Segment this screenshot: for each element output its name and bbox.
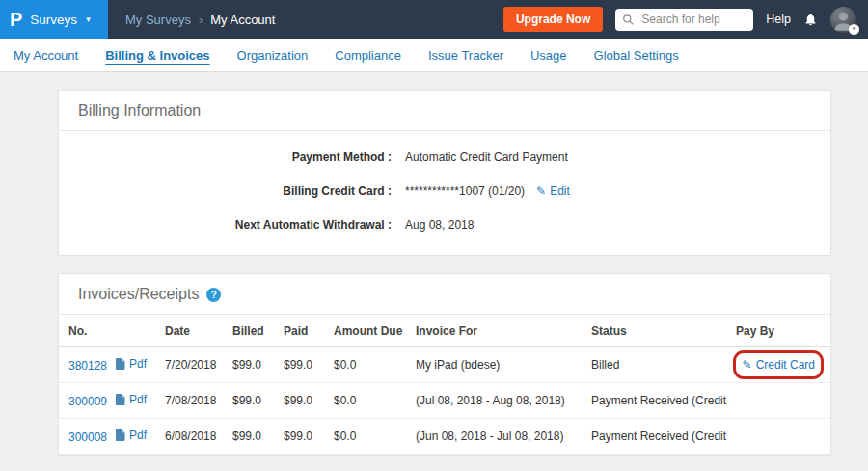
column-header: Pay By — [730, 315, 830, 347]
invoice-payby-cell — [730, 419, 830, 455]
nav-tab[interactable]: My Account — [0, 48, 92, 63]
pencil-icon: ✎ — [536, 184, 546, 198]
edit-credit-card-link[interactable]: ✎ Edit — [536, 184, 570, 198]
invoice-paid-cell: $99.0 — [278, 419, 328, 455]
breadcrumb: My Surveys › My Account — [125, 13, 275, 27]
pdf-link[interactable]: Pdf — [129, 393, 147, 406]
help-link[interactable]: Help — [766, 13, 791, 26]
column-header: No. — [59, 315, 159, 347]
invoice-paid-cell: $99.0 — [278, 347, 328, 383]
column-header: Date — [159, 315, 227, 347]
invoices-receipts-title: Invoices/Receipts — [78, 286, 199, 303]
column-header: Paid — [278, 315, 328, 347]
billing-info-label: Payment Method : — [78, 151, 392, 164]
invoice-for-cell: (Jul 08, 2018 - Aug 08, 2018) — [410, 383, 585, 419]
help-search-box — [615, 9, 753, 31]
invoices-receipts-header: Invoices/Receipts ? — [59, 274, 830, 315]
chevron-down-icon: ▾ — [86, 14, 91, 24]
billing-info-label: Next Automatic Withdrawal : — [78, 218, 392, 232]
avatar-dropdown-icon: ▾ — [849, 24, 859, 35]
billing-info-row: Next Automatic Withdrawal : Aug 08, 2018 — [78, 218, 811, 232]
invoice-billed-cell: $99.0 — [227, 383, 278, 419]
breadcrumb-my-surveys[interactable]: My Surveys — [125, 13, 191, 27]
billing-info-row: Payment Method : Automatic Credit Card P… — [78, 151, 811, 164]
billing-information-card: Billing Information Payment Method : Aut… — [58, 90, 831, 256]
surveys-menu[interactable]: P Surveys ▾ — [0, 0, 108, 39]
billing-info-value: Automatic Credit Card Payment — [405, 151, 568, 164]
questionpro-logo: P — [10, 10, 22, 29]
pdf-file-icon — [116, 429, 125, 441]
invoice-payby-cell: ✎ Credit Card — [730, 347, 830, 383]
breadcrumb-current: My Account — [210, 13, 275, 27]
breadcrumb-separator-icon: › — [199, 13, 203, 27]
invoice-date-cell: 6/08/2018 — [159, 419, 227, 455]
invoice-paid-cell: $99.0 — [278, 383, 328, 419]
invoice-for-cell: My iPad (bdese) — [410, 347, 585, 383]
invoice-no-cell: 300009Pdf — [59, 383, 159, 419]
help-question-icon[interactable]: ? — [206, 288, 221, 302]
invoice-row: 380128Pdf 7/20/2018 $99.0 $99.0 $0.0 My … — [59, 347, 830, 383]
column-header: Amount Due — [328, 315, 410, 347]
invoice-amount-due-cell: $0.0 — [328, 383, 410, 419]
billing-information-header: Billing Information — [59, 91, 830, 131]
nav-tab[interactable]: Usage — [517, 48, 581, 63]
invoices-receipts-card: Invoices/Receipts ? No. Date Billed Paid — [58, 273, 831, 456]
pdf-link[interactable]: Pdf — [129, 429, 147, 442]
nav-tab[interactable]: Issue Tracker — [415, 48, 517, 63]
top-bar: P Surveys ▾ My Surveys › My Account Upgr… — [0, 0, 868, 39]
invoice-date-cell: 7/20/2018 — [159, 347, 227, 383]
invoice-amount-due-cell: $0.0 — [328, 419, 410, 455]
nav-tab[interactable]: Compliance — [321, 48, 415, 63]
search-icon — [622, 14, 635, 26]
search-input[interactable] — [639, 12, 746, 27]
invoice-row: 300008Pdf 6/08/2018 $99.0 $99.0 $0.0 (Ju… — [59, 419, 830, 455]
invoice-no-cell: 380128Pdf — [59, 347, 159, 383]
pdf-file-icon — [116, 394, 125, 405]
invoice-row: 300009Pdf 7/08/2018 $99.0 $99.0 $0.0 (Ju… — [59, 383, 830, 419]
invoice-status-cell: Payment Received (Credit Card) — [585, 383, 730, 419]
invoice-amount-due-cell: $0.0 — [328, 347, 410, 383]
invoice-date-cell: 7/08/2018 — [159, 383, 227, 419]
billing-info-row: Billing Credit Card : ************1007 (… — [78, 184, 811, 198]
billing-info-value: Aug 08, 2018 — [405, 218, 474, 232]
billing-info-label: Billing Credit Card : — [78, 184, 392, 198]
invoice-billed-cell: $99.0 — [227, 419, 278, 455]
pay-by-credit-card-link[interactable]: ✎ Credit Card — [743, 358, 815, 372]
invoice-payby-cell — [730, 383, 830, 419]
page-content: Billing Information Payment Method : Aut… — [0, 72, 868, 456]
invoice-status-cell: Payment Received (Credit Card) — [585, 419, 730, 455]
topbar-right-cluster: Upgrade Now Help ▾ — [503, 7, 868, 33]
upgrade-now-button[interactable]: Upgrade Now — [503, 7, 603, 32]
billing-info-value: ************1007 (01/20) ✎ Edit — [405, 184, 570, 198]
nav-tab[interactable]: Billing & Invoices — [92, 48, 223, 63]
nav-tab[interactable]: Global Settings — [581, 48, 692, 63]
account-nav-tabs: My Account Billing & Invoices Organizati… — [0, 39, 868, 72]
column-header: Billed — [227, 315, 278, 347]
invoices-table: No. Date Billed Paid Amount Due Invoice … — [59, 315, 830, 455]
column-header: Invoice For — [410, 315, 585, 347]
invoices-header-row: No. Date Billed Paid Amount Due Invoice … — [59, 315, 830, 347]
surveys-menu-label: Surveys — [30, 13, 77, 27]
invoice-status-cell: Billed — [585, 347, 730, 383]
billing-information-title: Billing Information — [78, 102, 201, 120]
invoice-number-link[interactable]: 300008 — [68, 430, 107, 444]
invoice-no-cell: 300008Pdf — [59, 419, 159, 455]
invoice-for-cell: (Jun 08, 2018 - Jul 08, 2018) — [410, 419, 585, 455]
column-header: Status — [585, 315, 730, 347]
pdf-link[interactable]: Pdf — [129, 357, 147, 371]
user-avatar[interactable]: ▾ — [830, 7, 856, 33]
invoice-billed-cell: $99.0 — [227, 347, 278, 383]
nav-tab[interactable]: Organization — [224, 48, 322, 63]
invoice-number-link[interactable]: 300009 — [68, 395, 107, 408]
notifications-bell-icon[interactable] — [803, 12, 818, 27]
pdf-file-icon — [116, 358, 125, 370]
pencil-icon: ✎ — [743, 358, 752, 372]
invoice-number-link[interactable]: 380128 — [68, 359, 107, 373]
billing-information-body: Payment Method : Automatic Credit Card P… — [59, 131, 830, 255]
